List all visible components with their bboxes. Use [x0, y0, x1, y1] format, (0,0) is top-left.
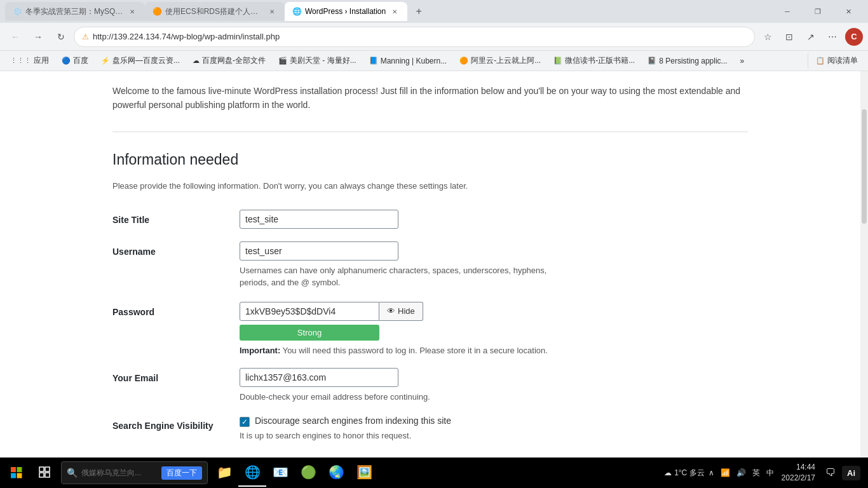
- app3-icon: 🌏: [329, 464, 344, 480]
- search-visibility-field: ✓ Discourage search engines from indexin…: [240, 416, 748, 442]
- show-hidden-icons[interactable]: ∧: [706, 466, 717, 480]
- site-title-input[interactable]: [240, 210, 398, 229]
- bookmark-weixin[interactable]: 📗 微信读书-正版书籍...: [548, 53, 640, 69]
- settings-icon[interactable]: ⋯: [822, 27, 843, 47]
- svg-rect-6: [39, 473, 44, 477]
- install-label-spacer: [112, 455, 240, 458]
- bookmark-more[interactable]: »: [735, 54, 750, 68]
- title-bar: ❄️ 冬季实战营第三期：MySQL数据... ✕ 🟠 使用ECS和RDS搭建个人…: [0, 0, 868, 23]
- notification-button[interactable]: 🗨: [820, 459, 841, 487]
- app4-button[interactable]: 🖼️: [350, 459, 378, 487]
- bookmark-baidupan-label: 百度网盘-全部文件: [202, 55, 266, 66]
- svg-rect-2: [11, 473, 16, 478]
- meiju-icon: 🎬: [278, 57, 287, 65]
- password-field: 👁 Hide Strong Important: You will need t…: [240, 302, 748, 355]
- reading-list[interactable]: 📋 阅读清单: [808, 53, 863, 69]
- browser-frame: ❄️ 冬季实战营第三期：MySQL数据... ✕ 🟠 使用ECS和RDS搭建个人…: [0, 0, 868, 488]
- volume-icon[interactable]: 🔊: [734, 466, 749, 480]
- strength-label: Strong: [297, 328, 322, 337]
- site-title-row: Site Title: [112, 210, 748, 229]
- weather-text: 1°C 多云: [674, 468, 704, 478]
- bookmark-baidu[interactable]: 🔵 百度: [57, 53, 93, 69]
- tab-1[interactable]: ❄️ 冬季实战营第三期：MySQL数据... ✕: [5, 2, 145, 21]
- bookmark-more-label: »: [740, 57, 745, 65]
- input-method-en[interactable]: 英: [750, 466, 763, 480]
- tab3-close[interactable]: ✕: [390, 7, 400, 17]
- username-input[interactable]: [240, 241, 398, 261]
- address-input[interactable]: ⚠ http://139.224.134.74/wp-blog/wp-admin…: [74, 27, 755, 47]
- bookmark-baidu-label: 百度: [73, 55, 88, 66]
- app2-button[interactable]: 🟢: [294, 459, 322, 487]
- app1-icon: 📧: [273, 464, 288, 480]
- checkbox-row: ✓ Discourage search engines from indexin…: [240, 416, 748, 427]
- hide-password-button[interactable]: 👁 Hide: [379, 302, 423, 321]
- task-view-button[interactable]: [31, 459, 58, 487]
- password-row: Password 👁 Hide Strong: [112, 302, 748, 355]
- baidu-icon: 🔵: [62, 57, 71, 65]
- username-hint: Usernames can have only alphanumeric cha…: [240, 264, 557, 289]
- email-row: Your Email Double-check your email addre…: [112, 368, 748, 403]
- new-tab-button[interactable]: +: [410, 3, 428, 20]
- username-field: Usernames can have only alphanumeric cha…: [240, 241, 748, 289]
- edge-browser-button[interactable]: 🌐: [238, 459, 266, 487]
- bookmark-panyue-label: 盘乐网—百度云资...: [112, 55, 180, 66]
- tab-2[interactable]: 🟠 使用ECS和RDS搭建个人博客 - 云... ✕: [145, 2, 285, 21]
- file-explorer-button[interactable]: 📁: [210, 459, 238, 487]
- app1-button[interactable]: 📧: [266, 459, 294, 487]
- bookmarks-bar: ⋮⋮⋮ 应用 🔵 百度 ⚡ 盘乐网—百度云资... ☁ 百度网盘-全部文件 🎬 …: [0, 51, 868, 71]
- bookmark-panyue[interactable]: ⚡ 盘乐网—百度云资...: [96, 53, 185, 69]
- weather-widget[interactable]: ☁ 1°C 多云: [664, 468, 704, 478]
- email-hint: Double-check your email address before c…: [240, 391, 557, 403]
- tab2-close[interactable]: ✕: [267, 7, 277, 17]
- file-explorer-icon: 📁: [217, 464, 233, 480]
- search-visibility-hint: It is up to search engines to honor this…: [240, 430, 557, 442]
- tab-3[interactable]: 🌐 WordPress › Installation ✕: [285, 2, 407, 21]
- forward-button[interactable]: →: [28, 27, 48, 47]
- wordpress-form-container: Welcome to the famous live-minute WordPr…: [100, 71, 761, 458]
- email-input[interactable]: [240, 368, 398, 387]
- input-method-zh[interactable]: 中: [764, 466, 776, 480]
- bookmark-meiju[interactable]: 🎬 美剧天堂 - 海量好...: [273, 53, 362, 69]
- bookmark-manning[interactable]: 📘 Manning | Kubern...: [364, 54, 452, 68]
- bookmark-baidupan[interactable]: ☁ 百度网盘-全部文件: [187, 53, 271, 69]
- refresh-button[interactable]: ↻: [51, 27, 71, 47]
- restore-button[interactable]: ❐: [803, 1, 832, 22]
- start-button[interactable]: [3, 459, 31, 487]
- bookmark-aliyun[interactable]: 🟠 阿里云-上云就上阿...: [454, 53, 546, 69]
- notification-icon: 🗨: [825, 467, 836, 478]
- taskbar-search[interactable]: 🔍 百度一下: [61, 461, 208, 484]
- reading-list-icon: 📋: [816, 57, 825, 65]
- bookmark-manning-label: Manning | Kubern...: [381, 57, 447, 65]
- share-icon[interactable]: ↗: [801, 27, 821, 47]
- email-label: Your Email: [112, 368, 240, 383]
- windows-logo-icon: [11, 467, 22, 478]
- minimize-button[interactable]: ─: [773, 1, 802, 22]
- bookmark-star-icon[interactable]: ☆: [757, 27, 778, 47]
- email-field-container: Double-check your email address before c…: [240, 368, 748, 403]
- main-area: Welcome to the famous live-minute WordPr…: [0, 71, 868, 458]
- ai-button[interactable]: Ai: [842, 466, 860, 480]
- svg-rect-7: [45, 473, 50, 477]
- clock-widget[interactable]: 14:44 2022/2/17: [778, 462, 819, 484]
- scroll-thumb[interactable]: [862, 109, 867, 224]
- close-button[interactable]: ✕: [834, 1, 863, 22]
- collections-icon[interactable]: ⊡: [779, 27, 799, 47]
- bookmark-persisting[interactable]: 📓 8 Persisting applic...: [642, 54, 732, 68]
- baidu-search-button[interactable]: 百度一下: [161, 466, 202, 480]
- tab2-favicon: 🟠: [153, 7, 161, 16]
- svg-rect-1: [17, 467, 22, 472]
- password-input[interactable]: [240, 302, 379, 321]
- network-icon[interactable]: 📶: [718, 466, 733, 480]
- username-label: Username: [112, 241, 240, 257]
- back-button[interactable]: ←: [5, 27, 25, 47]
- install-field: Install WordPress: [240, 455, 748, 458]
- search-visibility-checkbox[interactable]: ✓: [240, 417, 250, 427]
- tab1-close[interactable]: ✕: [127, 7, 137, 17]
- taskbar-search-input[interactable]: [81, 468, 158, 477]
- bookmark-apps[interactable]: ⋮⋮⋮ 应用: [5, 53, 54, 69]
- app3-button[interactable]: 🌏: [322, 459, 350, 487]
- search-visibility-label: Search Engine Visibility: [112, 416, 240, 431]
- profile-button[interactable]: C: [845, 28, 863, 46]
- tab3-favicon: 🌐: [292, 7, 301, 16]
- scrollbar[interactable]: [860, 71, 868, 458]
